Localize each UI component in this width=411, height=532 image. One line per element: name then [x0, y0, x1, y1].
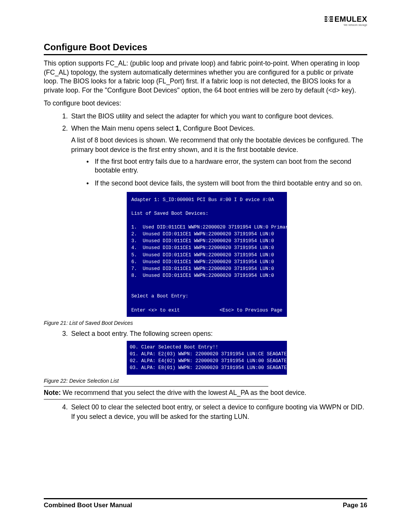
steps-list: Start the BIOS utility and select the ad… [44, 112, 367, 317]
note-label: Note: [44, 389, 61, 396]
figure-21-caption: Figure 21: List of Saved Boot Devices [44, 320, 367, 326]
step-3: Select a boot entry. The following scree… [70, 329, 367, 375]
steps-list-cont2: Select 00 to clear the selected boot ent… [44, 403, 367, 422]
step-3-text: Select a boot entry. The following scree… [71, 330, 213, 337]
step-2-text-c: , Configure Boot Devices. [179, 125, 255, 132]
brand-block: EMULEX We network storage [325, 15, 367, 26]
brand-name: EMULEX [335, 15, 367, 23]
step-2-text-a: When the Main menu opens select [71, 125, 175, 132]
footer-row: Combined Boot User Manual Page 16 [44, 502, 367, 509]
fig21-header: Adapter 1: S_ID:000001 PCI Bus #:00 I D … [131, 197, 282, 203]
footer-right: Page 16 [343, 502, 367, 509]
bullet-2: If the second boot device fails, the sys… [86, 179, 367, 188]
fig21-row: 8. Unused DID:011CE1 WWPN:22000020 37191… [131, 272, 282, 279]
fig21-footer-row: Enter <x> to exit<Esc> to Previous Page [131, 307, 282, 314]
brand-mark-icon [325, 16, 333, 22]
page-footer: Combined Boot User Manual Page 16 [44, 498, 367, 509]
step-2-bold: 1 [175, 125, 179, 132]
section-title: Configure Boot Devices [44, 42, 367, 53]
title-rule [44, 54, 367, 55]
fig21-row: 6. Unused DID:011CE1 WWPN:22000020 37191… [131, 259, 282, 265]
fig21-row: 7. Unused DID:011CE1 WWPN:22000020 37191… [131, 265, 282, 272]
note-rule-top [44, 386, 268, 387]
figure-22-caption: Figure 22: Device Selection List [44, 378, 367, 384]
fig21-exit-left: Enter <x> to exit [131, 307, 180, 314]
brand-tagline: We network storage [325, 24, 367, 26]
step-1-text: Start the BIOS utility and select the ad… [71, 112, 334, 120]
fig21-subhead: List of Saved Boot Devices: [131, 210, 282, 217]
fig22-row: 02. ALPA: E4(02) WWPN: 22000020 37191954… [130, 358, 284, 364]
footer-left: Combined Boot User Manual [44, 502, 132, 509]
brand-logo: EMULEX [325, 15, 367, 23]
bullet-1: If the first boot entry fails due to a h… [86, 157, 367, 175]
fig22-row: 01. ALPA: E2(03) WWPN: 22000020 37191954… [130, 351, 284, 358]
fig21-exit-right: <Esc> to Previous Page [220, 307, 282, 314]
note-rule-bottom [44, 399, 268, 399]
step-2: When the Main menu opens select 1, Confi… [70, 124, 367, 317]
fig21-row: 3. Unused DID:011CE1 WWPN:22000020 37191… [131, 238, 282, 244]
page-header: EMULEX We network storage [44, 15, 367, 34]
fig21-row: 5. Unused DID:011CE1 WWPN:22000020 37191… [131, 252, 282, 259]
figure-22-screen: 00. Clear Selected Boot Entry!!01. ALPA:… [127, 341, 287, 375]
intro-paragraph: This option supports FC_AL: (public loop… [44, 59, 367, 95]
lead-paragraph: To configure boot devices: [44, 99, 367, 108]
figure-21-screen: Adapter 1: S_ID:000001 PCI Bus #:00 I D … [127, 192, 287, 317]
step-1: Start the BIOS utility and select the ad… [70, 112, 367, 121]
fig21-row: 1. Used DID:011CE1 WWPN:22000020 3719195… [131, 224, 282, 231]
fig21-row: 4. Unused DID:011CE1 WWPN:22000020 37191… [131, 244, 282, 251]
footer-rule [44, 498, 367, 499]
document-page: EMULEX We network storage Configure Boot… [0, 0, 411, 532]
step-2-sub: A list of 8 boot devices is shown. We re… [71, 136, 367, 155]
step-2-bullets: If the first boot entry fails due to a h… [71, 157, 367, 188]
fig22-row: 00. Clear Selected Boot Entry!! [130, 344, 284, 351]
steps-list-cont: Select a boot entry. The following scree… [44, 329, 367, 375]
note-block: Note: We recommend that you select the d… [44, 388, 367, 398]
step-4-text: Select 00 to clear the selected boot ent… [71, 403, 364, 420]
step-4: Select 00 to clear the selected boot ent… [70, 403, 367, 422]
fig22-row: 03. ALPA: E8(01) WWPN: 22000020 37191954… [130, 364, 284, 371]
fig21-row: 2. Unused DID:011CE1 WWPN:22000020 37191… [131, 231, 282, 238]
note-text: We recommend that you select the drive w… [61, 389, 306, 396]
fig21-prompt: Select a Boot Entry: [131, 293, 282, 300]
